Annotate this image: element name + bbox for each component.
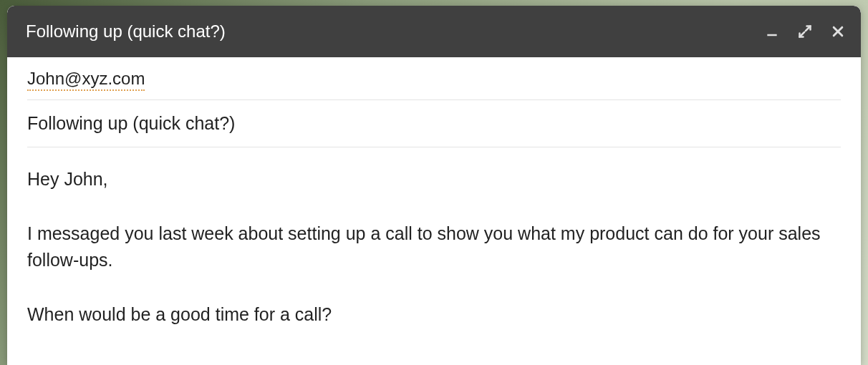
title-bar: Following up (quick chat?) xyxy=(7,6,861,57)
recipient-field[interactable]: John@xyz.com xyxy=(27,57,841,100)
message-body[interactable]: Hey John, I messaged you last week about… xyxy=(27,147,841,328)
minimize-icon[interactable] xyxy=(765,24,779,39)
recipient-text: John@xyz.com xyxy=(27,69,145,91)
compose-window: Following up (quick chat?) xyxy=(7,6,861,365)
compose-body: John@xyz.com Following up (quick chat?) … xyxy=(7,57,861,365)
window-title: Following up (quick chat?) xyxy=(26,21,765,42)
message-greeting: Hey John, xyxy=(27,166,841,193)
expand-icon[interactable] xyxy=(798,24,812,39)
close-icon[interactable] xyxy=(831,24,845,39)
message-paragraph: I messaged you last week about setting u… xyxy=(27,220,841,274)
title-actions xyxy=(765,24,845,39)
subject-field[interactable]: Following up (quick chat?) xyxy=(27,100,841,147)
message-paragraph: When would be a good time for a call? xyxy=(27,301,841,328)
